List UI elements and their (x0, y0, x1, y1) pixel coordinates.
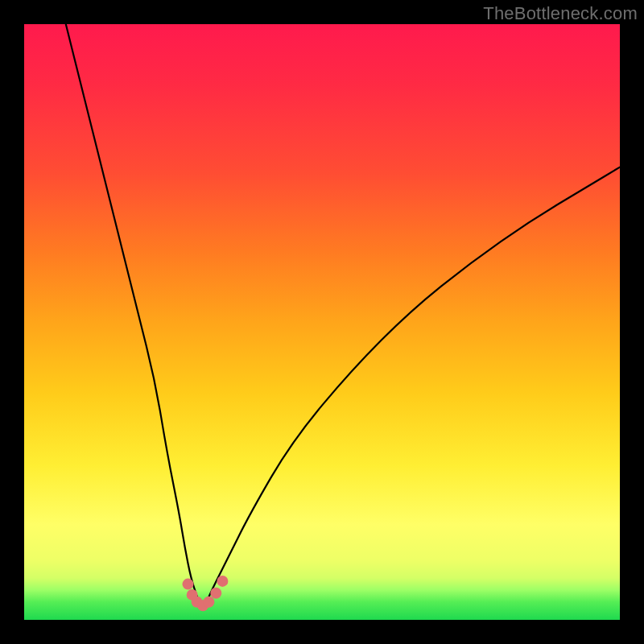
curve-marker (210, 588, 221, 599)
curve-marker (203, 597, 214, 608)
curve-layer (24, 24, 620, 620)
curve-marker (183, 579, 194, 590)
plot-area (24, 24, 620, 620)
bottleneck-curve (66, 24, 620, 607)
curve-markers (183, 576, 229, 611)
curve-marker (217, 576, 228, 587)
chart-frame: TheBottleneck.com (0, 0, 644, 644)
watermark-text: TheBottleneck.com (483, 3, 638, 24)
